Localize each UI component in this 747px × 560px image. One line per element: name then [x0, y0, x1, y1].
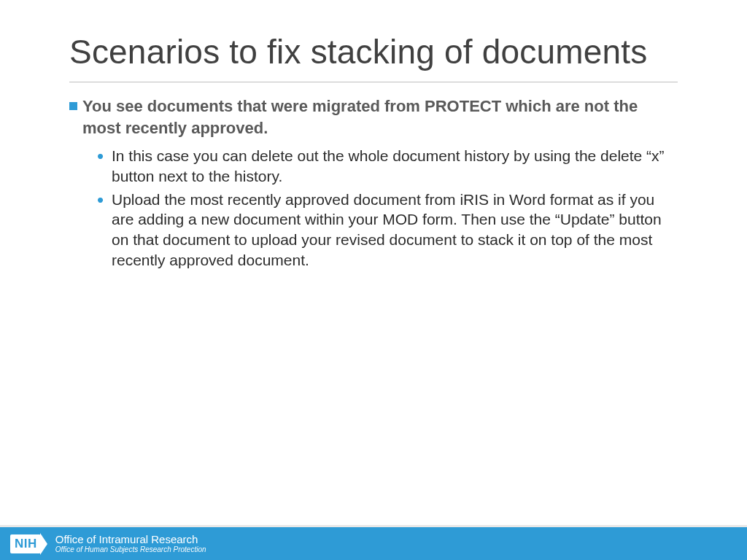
list-item: In this case you can delete out the whol… [97, 146, 678, 186]
list-item-text: In this case you can delete out the whol… [112, 147, 665, 184]
footer-office-subtitle: Office of Human Subjects Research Protec… [55, 545, 206, 554]
main-heading-text: You see documents that were migrated fro… [82, 97, 638, 137]
main-heading: You see documents that were migrated fro… [69, 96, 678, 139]
chevron-right-icon [40, 533, 47, 555]
footer-office-name: Office of Intramural Research [55, 533, 206, 545]
sub-bullet-list: In this case you can delete out the whol… [69, 146, 678, 270]
nih-logo-text: NIH [10, 534, 41, 553]
list-item-text: Upload the most recently approved docume… [112, 191, 662, 268]
list-item: Upload the most recently approved docume… [97, 190, 678, 271]
title-underline [69, 82, 678, 82]
square-bullet-icon [69, 102, 77, 110]
nih-logo: NIH [10, 533, 47, 555]
slide-content: Scenarios to fix stacking of documents Y… [0, 0, 747, 271]
footer-bar: NIH Office of Intramural Research Office… [0, 525, 747, 560]
slide-title: Scenarios to fix stacking of documents [69, 33, 678, 71]
footer-text-block: Office of Intramural Research Office of … [55, 533, 206, 554]
